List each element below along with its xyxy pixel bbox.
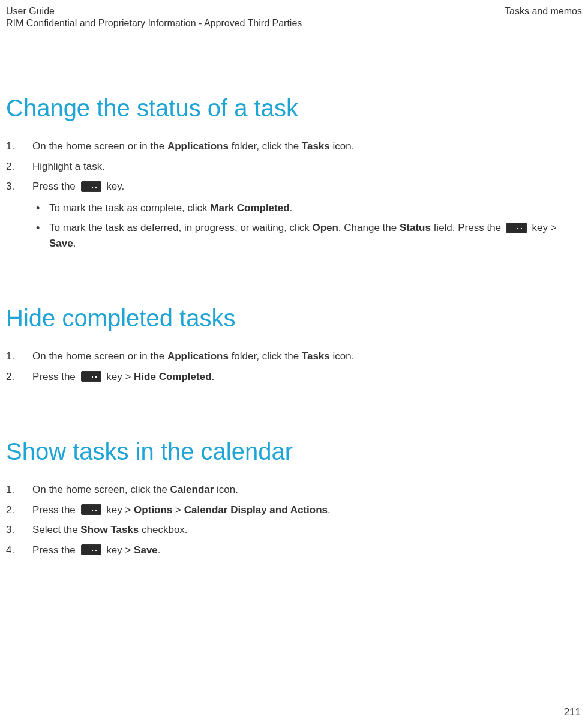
list-item: Select the Show Tasks checkbox. <box>6 522 582 538</box>
bold-text: Show Tasks <box>80 524 139 535</box>
text: Press the <box>32 371 79 382</box>
bold-text: Applications <box>167 140 229 152</box>
text: checkbox. <box>139 524 187 535</box>
text: To mark the task as deferred, in progres… <box>49 222 312 233</box>
bold-text: Open <box>312 222 338 233</box>
list-item: To mark the task as complete, click Mark… <box>32 200 582 216</box>
header-left-line2: RIM Confidential and Proprietary Informa… <box>6 18 582 29</box>
page-number: 211 <box>564 706 581 718</box>
text: key > <box>104 544 134 556</box>
list-item: Highlight a task. <box>6 159 582 175</box>
header-left-line1: User Guide <box>6 6 55 17</box>
list-item: Press the key > Hide Completed. <box>6 369 582 385</box>
header-right: Tasks and memos <box>505 6 582 17</box>
menu-key-icon <box>81 544 101 555</box>
text: To mark the task as complete, click <box>49 202 210 214</box>
list-item: On the home screen, click the Calendar i… <box>6 482 582 498</box>
text: > <box>172 504 184 516</box>
bold-text: Hide Completed <box>134 371 211 382</box>
text: On the home screen or in the <box>32 140 167 152</box>
bold-text: Tasks <box>302 350 330 362</box>
text: Press the <box>32 181 79 192</box>
text: Press the <box>32 504 79 516</box>
menu-key-icon <box>506 223 527 233</box>
sub-list: To mark the task as complete, click Mark… <box>32 200 582 251</box>
list-item: Press the key. To mark the task as compl… <box>6 179 582 251</box>
text: On the home screen or in the <box>32 350 167 362</box>
steps-hide-completed: On the home screen or in the Application… <box>6 349 582 384</box>
list-item: Press the key > Save. <box>6 543 582 558</box>
text: On the home screen, click the <box>32 484 170 495</box>
text: . <box>212 371 215 382</box>
text: Press the <box>32 544 79 556</box>
list-item: To mark the task as deferred, in progres… <box>32 220 582 251</box>
text: . <box>158 544 161 556</box>
list-item: On the home screen or in the Application… <box>6 349 582 364</box>
menu-key-icon <box>81 371 101 382</box>
bold-text: Calendar <box>170 484 214 495</box>
text: field. Press the <box>431 222 504 233</box>
text: key > <box>104 504 134 516</box>
steps-show-in-calendar: On the home screen, click the Calendar i… <box>6 482 582 558</box>
text: . <box>73 238 76 249</box>
bold-text: Options <box>134 504 172 516</box>
bold-text: Save <box>134 544 158 556</box>
text: . Change the <box>338 222 400 233</box>
bold-text: Applications <box>167 350 229 362</box>
text: key. <box>104 181 125 192</box>
heading-show-in-calendar: Show tasks in the calendar <box>6 438 582 465</box>
heading-change-status: Change the status of a task <box>6 95 582 122</box>
heading-hide-completed: Hide completed tasks <box>6 305 582 332</box>
text: folder, click the <box>229 350 302 362</box>
menu-key-icon <box>81 504 101 515</box>
text: icon. <box>330 140 355 152</box>
text: . <box>290 202 293 214</box>
bold-text: Mark Completed <box>210 202 289 214</box>
text: icon. <box>330 350 355 362</box>
text: key > <box>104 371 134 382</box>
bold-text: Status <box>400 222 431 233</box>
list-item: On the home screen or in the Application… <box>6 139 582 154</box>
bold-text: Save <box>49 238 73 249</box>
menu-key-icon <box>81 181 101 192</box>
steps-change-status: On the home screen or in the Application… <box>6 139 582 251</box>
bold-text: Tasks <box>302 140 330 152</box>
text: . <box>328 504 331 516</box>
text: folder, click the <box>229 140 302 152</box>
text: icon. <box>214 484 238 495</box>
text: Select the <box>32 524 80 535</box>
text: key > <box>529 222 557 233</box>
bold-text: Calendar Display and Actions <box>184 504 328 516</box>
list-item: Press the key > Options > Calendar Displ… <box>6 502 582 518</box>
